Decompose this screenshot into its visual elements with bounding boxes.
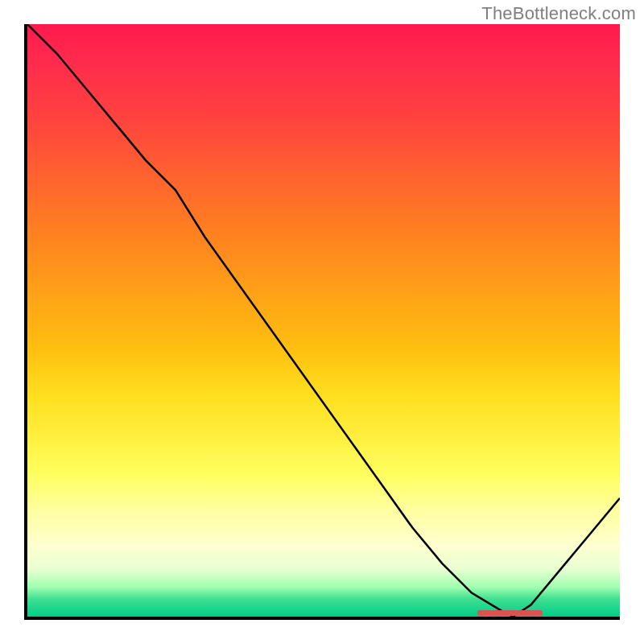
watermark-text: TheBottleneck.com [481,3,636,24]
optimal-range-marker [477,610,543,616]
bottleneck-curve [27,24,620,617]
axis-frame [24,24,620,620]
plot-area [27,24,620,617]
chart-wrapper: TheBottleneck.com [0,0,644,644]
